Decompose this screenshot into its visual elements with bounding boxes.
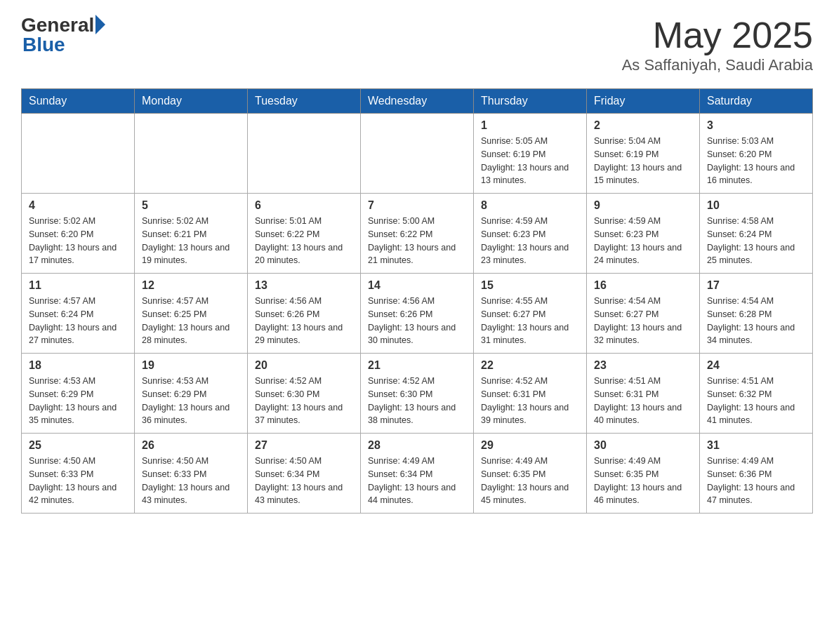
calendar-cell: 27Sunrise: 4:50 AMSunset: 6:34 PMDayligh… — [248, 434, 361, 514]
calendar-cell: 26Sunrise: 4:50 AMSunset: 6:33 PMDayligh… — [135, 434, 248, 514]
logo-blue-text: Blue — [22, 34, 65, 56]
calendar-cell: 4Sunrise: 5:02 AMSunset: 6:20 PMDaylight… — [22, 194, 135, 274]
day-number: 12 — [142, 279, 240, 292]
day-number: 11 — [29, 279, 127, 292]
day-number: 13 — [255, 279, 353, 292]
week-row-3: 11Sunrise: 4:57 AMSunset: 6:24 PMDayligh… — [22, 274, 813, 354]
calendar-cell: 23Sunrise: 4:51 AMSunset: 6:31 PMDayligh… — [587, 354, 700, 434]
col-header-sunday: Sunday — [22, 89, 135, 114]
calendar-header-row: Sunday Monday Tuesday Wednesday Thursday… — [22, 89, 813, 114]
day-number: 10 — [707, 199, 805, 212]
col-header-friday: Friday — [587, 89, 700, 114]
col-header-tuesday: Tuesday — [248, 89, 361, 114]
logo: General Blue — [21, 14, 105, 56]
day-number: 14 — [368, 279, 466, 292]
col-header-thursday: Thursday — [474, 89, 587, 114]
calendar-cell: 31Sunrise: 4:49 AMSunset: 6:36 PMDayligh… — [700, 434, 813, 514]
day-number: 5 — [142, 199, 240, 212]
title-section: May 2025 As Saffaniyah, Saudi Arabia — [622, 14, 813, 74]
calendar-cell: 29Sunrise: 4:49 AMSunset: 6:35 PMDayligh… — [474, 434, 587, 514]
day-info: Sunrise: 4:51 AMSunset: 6:32 PMDaylight:… — [707, 375, 805, 427]
day-info: Sunrise: 4:53 AMSunset: 6:29 PMDaylight:… — [142, 375, 240, 427]
day-info: Sunrise: 4:54 AMSunset: 6:27 PMDaylight:… — [594, 295, 692, 347]
week-row-2: 4Sunrise: 5:02 AMSunset: 6:20 PMDaylight… — [22, 194, 813, 274]
calendar-cell: 21Sunrise: 4:52 AMSunset: 6:30 PMDayligh… — [361, 354, 474, 434]
day-number: 1 — [481, 119, 579, 132]
calendar-cell — [135, 114, 248, 194]
day-info: Sunrise: 4:49 AMSunset: 6:36 PMDaylight:… — [707, 455, 805, 507]
calendar-cell: 28Sunrise: 4:49 AMSunset: 6:34 PMDayligh… — [361, 434, 474, 514]
calendar-cell: 1Sunrise: 5:05 AMSunset: 6:19 PMDaylight… — [474, 114, 587, 194]
day-number: 2 — [594, 119, 692, 132]
calendar-cell: 17Sunrise: 4:54 AMSunset: 6:28 PMDayligh… — [700, 274, 813, 354]
day-info: Sunrise: 4:51 AMSunset: 6:31 PMDaylight:… — [594, 375, 692, 427]
day-info: Sunrise: 4:57 AMSunset: 6:25 PMDaylight:… — [142, 295, 240, 347]
calendar-cell: 13Sunrise: 4:56 AMSunset: 6:26 PMDayligh… — [248, 274, 361, 354]
calendar-cell: 10Sunrise: 4:58 AMSunset: 6:24 PMDayligh… — [700, 194, 813, 274]
day-info: Sunrise: 4:52 AMSunset: 6:30 PMDaylight:… — [255, 375, 353, 427]
calendar-cell: 8Sunrise: 4:59 AMSunset: 6:23 PMDaylight… — [474, 194, 587, 274]
logo-triangle-icon — [95, 15, 105, 34]
calendar-cell: 16Sunrise: 4:54 AMSunset: 6:27 PMDayligh… — [587, 274, 700, 354]
day-number: 26 — [142, 439, 240, 452]
calendar-cell: 6Sunrise: 5:01 AMSunset: 6:22 PMDaylight… — [248, 194, 361, 274]
day-number: 29 — [481, 439, 579, 452]
calendar-cell: 30Sunrise: 4:49 AMSunset: 6:35 PMDayligh… — [587, 434, 700, 514]
calendar-cell: 12Sunrise: 4:57 AMSunset: 6:25 PMDayligh… — [135, 274, 248, 354]
day-info: Sunrise: 5:00 AMSunset: 6:22 PMDaylight:… — [368, 215, 466, 267]
calendar-cell: 2Sunrise: 5:04 AMSunset: 6:19 PMDaylight… — [587, 114, 700, 194]
calendar-cell: 3Sunrise: 5:03 AMSunset: 6:20 PMDaylight… — [700, 114, 813, 194]
day-info: Sunrise: 5:02 AMSunset: 6:21 PMDaylight:… — [142, 215, 240, 267]
day-number: 6 — [255, 199, 353, 212]
calendar-cell: 25Sunrise: 4:50 AMSunset: 6:33 PMDayligh… — [22, 434, 135, 514]
calendar-cell: 11Sunrise: 4:57 AMSunset: 6:24 PMDayligh… — [22, 274, 135, 354]
month-year-title: May 2025 — [622, 14, 813, 56]
calendar-cell: 19Sunrise: 4:53 AMSunset: 6:29 PMDayligh… — [135, 354, 248, 434]
calendar-cell: 9Sunrise: 4:59 AMSunset: 6:23 PMDaylight… — [587, 194, 700, 274]
day-info: Sunrise: 4:52 AMSunset: 6:31 PMDaylight:… — [481, 375, 579, 427]
day-number: 3 — [707, 119, 805, 132]
day-number: 27 — [255, 439, 353, 452]
day-info: Sunrise: 4:53 AMSunset: 6:29 PMDaylight:… — [29, 375, 127, 427]
col-header-saturday: Saturday — [700, 89, 813, 114]
day-info: Sunrise: 4:57 AMSunset: 6:24 PMDaylight:… — [29, 295, 127, 347]
day-number: 25 — [29, 439, 127, 452]
day-number: 21 — [368, 359, 466, 372]
calendar-cell: 15Sunrise: 4:55 AMSunset: 6:27 PMDayligh… — [474, 274, 587, 354]
day-number: 23 — [594, 359, 692, 372]
day-number: 7 — [368, 199, 466, 212]
day-number: 9 — [594, 199, 692, 212]
day-info: Sunrise: 4:59 AMSunset: 6:23 PMDaylight:… — [481, 215, 579, 267]
day-number: 15 — [481, 279, 579, 292]
day-info: Sunrise: 4:58 AMSunset: 6:24 PMDaylight:… — [707, 215, 805, 267]
day-number: 31 — [707, 439, 805, 452]
day-info: Sunrise: 4:50 AMSunset: 6:34 PMDaylight:… — [255, 455, 353, 507]
day-info: Sunrise: 4:50 AMSunset: 6:33 PMDaylight:… — [29, 455, 127, 507]
day-info: Sunrise: 4:56 AMSunset: 6:26 PMDaylight:… — [368, 295, 466, 347]
day-number: 22 — [481, 359, 579, 372]
day-number: 17 — [707, 279, 805, 292]
week-row-4: 18Sunrise: 4:53 AMSunset: 6:29 PMDayligh… — [22, 354, 813, 434]
day-number: 24 — [707, 359, 805, 372]
day-info: Sunrise: 5:03 AMSunset: 6:20 PMDaylight:… — [707, 135, 805, 187]
day-info: Sunrise: 4:56 AMSunset: 6:26 PMDaylight:… — [255, 295, 353, 347]
day-info: Sunrise: 4:59 AMSunset: 6:23 PMDaylight:… — [594, 215, 692, 267]
day-number: 30 — [594, 439, 692, 452]
day-info: Sunrise: 4:49 AMSunset: 6:34 PMDaylight:… — [368, 455, 466, 507]
page-header: General Blue May 2025 As Saffaniyah, Sau… — [21, 14, 813, 74]
calendar-cell: 14Sunrise: 4:56 AMSunset: 6:26 PMDayligh… — [361, 274, 474, 354]
calendar-cell — [361, 114, 474, 194]
calendar-cell: 22Sunrise: 4:52 AMSunset: 6:31 PMDayligh… — [474, 354, 587, 434]
day-info: Sunrise: 4:52 AMSunset: 6:30 PMDaylight:… — [368, 375, 466, 427]
day-number: 28 — [368, 439, 466, 452]
col-header-monday: Monday — [135, 89, 248, 114]
calendar-table: Sunday Monday Tuesday Wednesday Thursday… — [21, 88, 813, 514]
col-header-wednesday: Wednesday — [361, 89, 474, 114]
day-info: Sunrise: 5:04 AMSunset: 6:19 PMDaylight:… — [594, 135, 692, 187]
calendar-cell: 18Sunrise: 4:53 AMSunset: 6:29 PMDayligh… — [22, 354, 135, 434]
calendar-cell: 5Sunrise: 5:02 AMSunset: 6:21 PMDaylight… — [135, 194, 248, 274]
day-info: Sunrise: 4:54 AMSunset: 6:28 PMDaylight:… — [707, 295, 805, 347]
calendar-cell: 7Sunrise: 5:00 AMSunset: 6:22 PMDaylight… — [361, 194, 474, 274]
day-info: Sunrise: 5:02 AMSunset: 6:20 PMDaylight:… — [29, 215, 127, 267]
week-row-1: 1Sunrise: 5:05 AMSunset: 6:19 PMDaylight… — [22, 114, 813, 194]
